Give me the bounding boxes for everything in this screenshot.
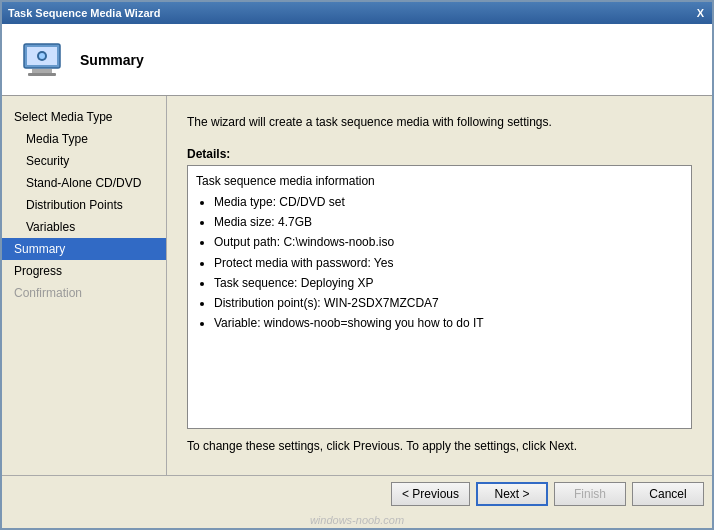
- finish-button[interactable]: Finish: [554, 482, 626, 506]
- svg-rect-2: [32, 69, 52, 73]
- previous-button[interactable]: < Previous: [391, 482, 470, 506]
- sidebar-item-confirmation: Confirmation: [2, 282, 166, 304]
- header-panel: Summary: [2, 24, 712, 96]
- sidebar-item-progress[interactable]: Progress: [2, 260, 166, 282]
- svg-point-5: [39, 53, 45, 59]
- footer-text: To change these settings, click Previous…: [187, 439, 692, 453]
- sidebar-item-variables[interactable]: Variables: [2, 216, 166, 238]
- list-item: Media type: CD/DVD set: [214, 193, 683, 212]
- details-label: Details:: [187, 147, 692, 161]
- details-list: Media type: CD/DVD set Media size: 4.7GB…: [214, 193, 683, 333]
- list-item: Task sequence: Deploying XP: [214, 274, 683, 293]
- sidebar-item-distribution-points[interactable]: Distribution Points: [2, 194, 166, 216]
- wizard-window: Task Sequence Media Wizard X Summary Sel…: [0, 0, 714, 530]
- list-item: Media size: 4.7GB: [214, 213, 683, 232]
- list-item: Variable: windows-noob=showing you how t…: [214, 314, 683, 333]
- sidebar-item-security[interactable]: Security: [2, 150, 166, 172]
- main-panel: The wizard will create a task sequence m…: [167, 96, 712, 475]
- sidebar: Select Media Type Media Type Security St…: [2, 96, 167, 475]
- next-button[interactable]: Next >: [476, 482, 548, 506]
- svg-rect-3: [28, 73, 56, 76]
- wizard-icon: [18, 36, 66, 84]
- title-bar: Task Sequence Media Wizard X: [2, 2, 712, 24]
- list-item: Protect media with password: Yes: [214, 254, 683, 273]
- list-item: Distribution point(s): WIN-2SDX7MZCDA7: [214, 294, 683, 313]
- close-button[interactable]: X: [695, 7, 706, 19]
- window-title: Task Sequence Media Wizard: [8, 7, 161, 19]
- watermark: windows-noob.com: [2, 512, 712, 528]
- details-box: Task sequence media information Media ty…: [187, 165, 692, 429]
- sidebar-item-summary[interactable]: Summary: [2, 238, 166, 260]
- header-title: Summary: [80, 52, 144, 68]
- sidebar-item-media-type[interactable]: Media Type: [2, 128, 166, 150]
- details-section-title: Task sequence media information: [196, 172, 683, 191]
- sidebar-item-select-media-type[interactable]: Select Media Type: [2, 106, 166, 128]
- cancel-button[interactable]: Cancel: [632, 482, 704, 506]
- list-item: Output path: C:\windows-noob.iso: [214, 233, 683, 252]
- description-text: The wizard will create a task sequence m…: [187, 114, 692, 131]
- content-area: Select Media Type Media Type Security St…: [2, 96, 712, 475]
- button-row: < Previous Next > Finish Cancel: [2, 475, 712, 512]
- sidebar-item-standalone[interactable]: Stand-Alone CD/DVD: [2, 172, 166, 194]
